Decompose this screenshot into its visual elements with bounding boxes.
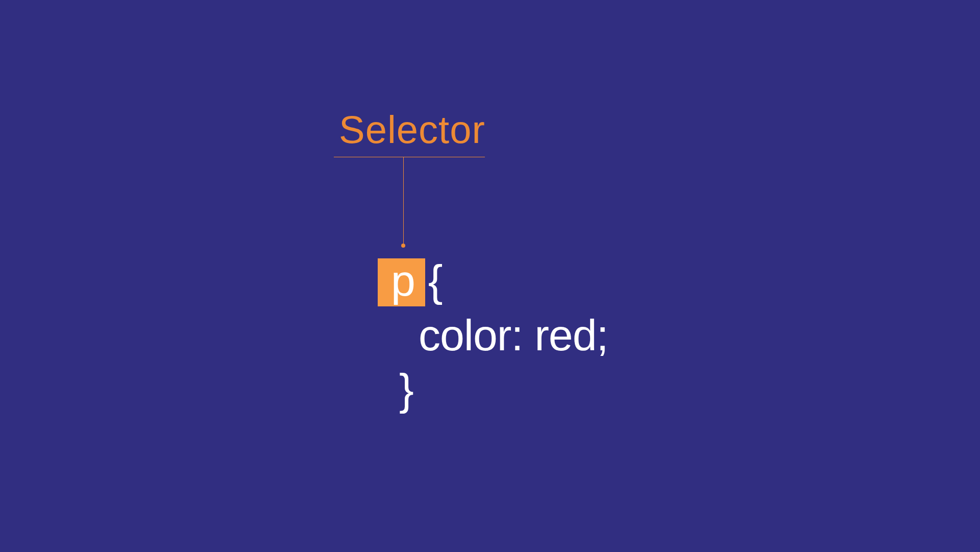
selector-connector-dot [401,244,405,248]
selector-connector-line [403,157,404,245]
code-line-2: color: red; [378,308,608,363]
css-code-block: p{ color: red; } [378,253,608,417]
code-line-1: p{ [378,253,608,308]
code-line-3: } [378,362,608,417]
open-brace: { [428,256,443,305]
selector-highlight: p [378,258,425,306]
selector-label: Selector [339,107,485,152]
selector-underline [334,157,485,157]
